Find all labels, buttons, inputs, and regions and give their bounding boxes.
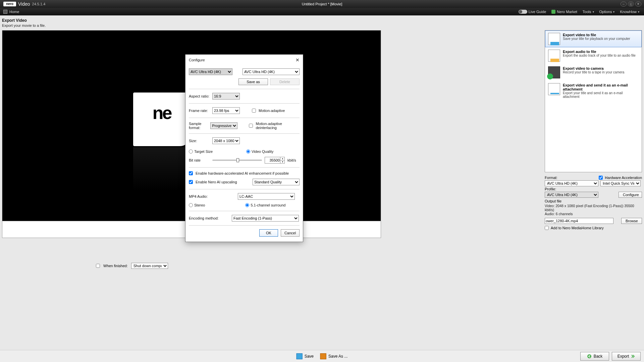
back-label: Back (594, 354, 603, 359)
export-button[interactable]: Export (612, 352, 641, 361)
tools-label: Tools (583, 10, 591, 14)
ai-upscale-label: Enable Nero AI upscaling (196, 180, 237, 184)
hw-ai-checkbox[interactable] (189, 171, 193, 175)
mail-icon (548, 83, 560, 95)
preset-category-select[interactable]: AVC Ultra HD (4K) (189, 68, 232, 75)
when-finished-label: When finished: (103, 264, 128, 268)
saveas-button[interactable]: Save As ... (320, 353, 347, 359)
output-file-input[interactable] (545, 218, 613, 224)
aspect-select[interactable]: 16:9 (212, 93, 240, 100)
preview-reflection (133, 147, 190, 191)
bitrate-unit: kbit/s (287, 158, 296, 162)
minimize-button[interactable]: ─ (621, 2, 627, 6)
bitrate-slider[interactable] (212, 160, 262, 161)
export-option-sub: Record your title to a tape in your came… (563, 70, 624, 74)
output-file-label: Output file (545, 199, 561, 203)
size-select[interactable]: 2048 x 1080 (212, 137, 240, 144)
configure-button[interactable]: Configure (619, 192, 642, 198)
when-finished-checkbox[interactable] (96, 264, 100, 268)
nero-market-label: Nero Market (557, 10, 577, 14)
when-finished-select[interactable]: Shut down computer (131, 263, 168, 269)
hw-accel-label: Hardware Acceleration (605, 176, 642, 180)
live-guide-label: Live Guide (529, 10, 546, 14)
preview-placeholder: ne (133, 93, 190, 146)
bitrate-down-button[interactable]: ▼ (280, 160, 285, 164)
browse-button[interactable]: Browse (621, 218, 642, 224)
save-button[interactable]: Save (297, 353, 314, 359)
back-arrow-icon (587, 354, 592, 359)
sample-select[interactable]: Progressive (210, 122, 237, 129)
export-option-title: Export video to camera (563, 66, 604, 70)
home-label: Home (9, 10, 19, 14)
home-icon (3, 10, 7, 14)
disk-icon (320, 353, 326, 359)
encoding-label: Encoding method: (189, 216, 222, 220)
svg-point-0 (587, 354, 591, 358)
close-button[interactable]: ✕ (635, 2, 641, 6)
output-video-stat: Video: 2048 x 1080 pixel (Fast Encoding … (545, 204, 642, 212)
disk-icon (297, 353, 303, 359)
back-button[interactable]: Back (580, 352, 609, 361)
export-option-video-file[interactable]: Export video to fileSave your title for … (545, 31, 642, 47)
sample-label: Sample format: (189, 122, 208, 130)
home-button[interactable]: Home (3, 10, 19, 14)
deinterlace-label: Motion-adaptive deinterlacing (256, 122, 300, 130)
page-subtitle: Export your movie to a file. (0, 23, 644, 30)
dialog-close-button[interactable]: ✕ (296, 57, 300, 63)
mp4audio-select[interactable]: LC-AAC (238, 193, 295, 200)
app-version: 24.5.1.4 (32, 2, 46, 6)
export-option-sub: Export the audio track of your title to … (563, 54, 636, 57)
caret-icon: ▾ (613, 10, 614, 13)
ai-quality-select[interactable]: Standard Quality (253, 179, 300, 185)
options-label: Options (599, 10, 612, 14)
motion-adaptive-label: Motion-adaptive (259, 109, 285, 113)
framerate-label: Frame rate: (189, 109, 210, 113)
dialog-cancel-button[interactable]: Cancel (281, 229, 300, 237)
ai-upscale-checkbox[interactable] (189, 180, 193, 184)
preset-delete-button: Delete (270, 78, 300, 85)
bitrate-label: Bit rate (189, 158, 210, 162)
export-option-camera[interactable]: Export video to cameraRecord your title … (545, 64, 642, 81)
preset-select[interactable]: AVC Ultra HD (4K) (243, 68, 300, 75)
export-option-email[interactable]: Export video and send it as an e-mail at… (545, 81, 642, 101)
video-quality-label: Video Quality (252, 149, 273, 154)
surround-radio[interactable]: 5.1-channel surround (245, 203, 285, 207)
framerate-select[interactable]: 23.98 fps (212, 107, 240, 114)
menubar: Home Live Guide Nero Market Tools▾ Optio… (0, 8, 644, 15)
knowhow-menu[interactable]: KnowHow▾ (620, 10, 639, 14)
aspect-label: Aspect ratio: (189, 94, 210, 98)
export-arrow-icon (631, 354, 635, 358)
format-select[interactable]: AVC Ultra HD (4K) (545, 180, 598, 186)
caret-icon: ▾ (638, 10, 639, 13)
add-mediahome-checkbox[interactable] (545, 226, 549, 230)
size-label: Size: (189, 139, 210, 143)
mp4audio-label: MP4 Audio: (189, 194, 212, 198)
add-mediahome-label: Add to Nero MediaHome Library (551, 226, 604, 230)
tools-menu[interactable]: Tools▾ (583, 10, 594, 14)
nero-logo: nero (3, 2, 16, 6)
dialog-ok-button[interactable]: OK (259, 229, 278, 237)
export-option-sub: Export your title and send it as an e-ma… (563, 91, 639, 99)
live-guide-toggle[interactable]: Live Guide (519, 10, 546, 14)
hw-accel-checkbox[interactable] (599, 176, 603, 180)
dialog-title: Configure (189, 58, 205, 62)
export-option-audio-file[interactable]: Export audio to fileExport the audio tra… (545, 47, 642, 64)
surround-label: 5.1-channel surround (251, 203, 285, 207)
video-quality-radio[interactable]: Video Quality (246, 149, 273, 154)
nero-market-link[interactable]: Nero Market (551, 10, 577, 14)
profile-label: Profile: (545, 187, 561, 191)
stereo-radio[interactable]: Stereo (189, 203, 205, 207)
hw-device-select[interactable]: Intel Quick Sync Video (600, 180, 641, 186)
options-menu[interactable]: Options▾ (599, 10, 615, 14)
deinterlace-checkbox[interactable] (249, 124, 253, 128)
target-size-radio[interactable]: Target Size (189, 149, 213, 154)
profile-select[interactable]: AVC Ultra HD (4K) (545, 192, 598, 198)
preset-saveas-button[interactable]: Save as (238, 78, 268, 85)
motion-adaptive-checkbox[interactable] (252, 109, 256, 113)
encoding-select[interactable]: Fast Encoding (1-Pass) (232, 215, 299, 222)
export-options-list: Export video to fileSave your title for … (545, 30, 642, 172)
restore-button[interactable]: ◱ (628, 2, 634, 6)
export-option-title: Export video and send it as an e-mail at… (563, 83, 628, 91)
bitrate-up-button[interactable]: ▲ (280, 157, 285, 160)
output-audio-stat: Audio: 6 channels (545, 212, 642, 216)
